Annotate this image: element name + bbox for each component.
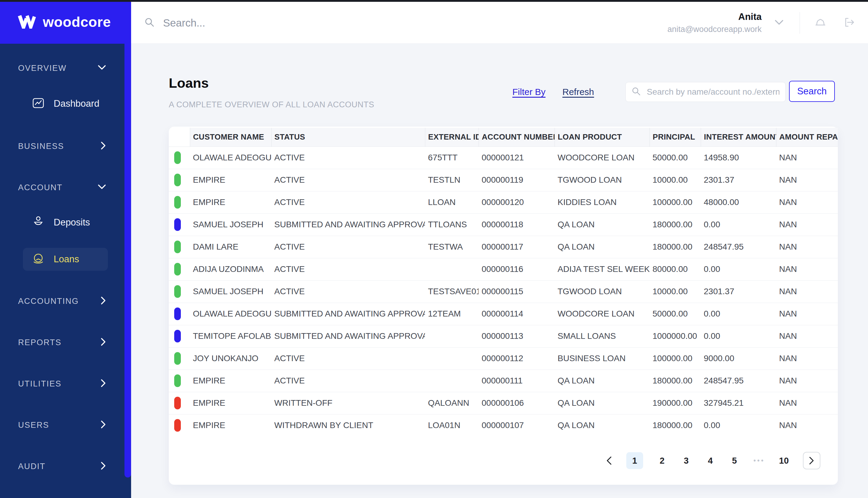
column-header-amount-repaid[interactable]: AMOUNT REPAID <box>776 128 838 146</box>
cell-account-number: 000000113 <box>479 325 555 347</box>
sidebar-section-business[interactable]: BUSINESS <box>18 137 106 155</box>
pagination-page[interactable]: 3 <box>681 456 691 466</box>
sidebar-section-account[interactable]: ACCOUNT <box>18 179 106 197</box>
chevron-down-icon[interactable] <box>774 19 784 27</box>
status-indicator <box>174 218 181 231</box>
cell-external-id: QALOANN <box>425 392 479 414</box>
sidebar-item-label: Dashboard <box>54 98 99 109</box>
cell-external-id: TTLOANS <box>425 213 479 236</box>
cell-amount-repaid: NAN <box>776 236 838 258</box>
cell-amount-repaid: NAN <box>776 303 838 325</box>
cell-principal: 50000.00 <box>650 146 701 169</box>
table-row[interactable]: SAMUEL JOSEPH ACTIVE TESTSAVE01 00000011… <box>169 280 838 303</box>
cell-amount-repaid: NAN <box>776 414 838 436</box>
logout-icon[interactable] <box>843 16 856 30</box>
cell-interest-amount: 48000.00 <box>701 191 776 213</box>
page-subtitle: A COMPLETE OVERVIEW OF ALL LOAN ACCOUNTS <box>169 100 374 109</box>
filter-by-link[interactable]: Filter By <box>512 87 546 97</box>
chevron-right-icon <box>101 379 106 389</box>
cell-loan-product: TGWOOD LOAN <box>555 169 650 191</box>
cell-status: SUBMITTED AND AWAITING APPROVAL <box>271 325 425 347</box>
pagination-page[interactable]: 10 <box>779 456 789 466</box>
table-search-box[interactable] <box>625 82 786 102</box>
column-header-account-number[interactable]: ACCOUNT NUMBER <box>479 128 555 146</box>
sidebar-section-accounting[interactable]: ACCOUNTING <box>18 292 106 310</box>
cell-interest-amount: 14958.90 <box>701 146 776 169</box>
table-row[interactable]: EMPIRE ACTIVE LLOAN 000000120 KIDDIES LO… <box>169 191 838 213</box>
logo[interactable]: woodcore <box>0 0 131 44</box>
cell-status: ACTIVE <box>271 347 425 370</box>
sidebar-section-utilities[interactable]: UTILITIES <box>18 375 106 393</box>
pagination-page[interactable]: 2 <box>657 456 667 466</box>
cell-amount-repaid: NAN <box>776 392 838 414</box>
sidebar-section-overview[interactable]: OVERVIEW <box>18 59 106 77</box>
column-header-external-id[interactable]: EXTERNAL ID <box>425 128 479 146</box>
section-label: AUDIT <box>18 462 45 471</box>
previous-page-button[interactable] <box>606 456 612 466</box>
table-row[interactable]: EMPIRE ACTIVE 000000111 QA LOAN 180000.0… <box>169 370 838 392</box>
cell-principal: 180000.00 <box>650 236 701 258</box>
sidebar-item-loans[interactable]: Loans <box>23 248 108 271</box>
cell-interest-amount: 9000.00 <box>701 347 776 370</box>
table-row[interactable]: DAMI LARE ACTIVE TESTWA 000000117 QA LOA… <box>169 236 838 258</box>
table-row[interactable]: EMPIRE ACTIVE TESTLN 000000119 TGWOOD LO… <box>169 169 838 191</box>
notifications-bell-icon[interactable] <box>814 16 827 30</box>
table-row[interactable]: OLAWALE ADEOGUN SUBMITTED AND AWAITING A… <box>169 303 838 325</box>
table-header-row: CUSTOMER NAME STATUS EXTERNAL ID ACCOUNT… <box>169 128 838 146</box>
section-label: ACCOUNT <box>18 183 63 192</box>
deposits-icon <box>31 215 45 230</box>
cell-external-id: LLOAN <box>425 191 479 213</box>
cell-loan-product: BUSINESS LOAN <box>555 347 650 370</box>
cell-status: ACTIVE <box>271 169 425 191</box>
table-row[interactable]: ADIJA UZODINMA ACTIVE 000000116 ADIJA TE… <box>169 258 838 280</box>
sidebar-item-dashboard[interactable]: Dashboard <box>31 92 99 115</box>
table-row[interactable]: OLAWALE ADEOGUN ACTIVE 675TTT 000000121 … <box>169 146 838 169</box>
column-header-interest-amount[interactable]: INTEREST AMOUNT <box>701 128 776 146</box>
status-indicator <box>174 196 181 209</box>
cell-principal: 190000.00 <box>650 392 701 414</box>
cell-principal: 180000.00 <box>650 213 701 236</box>
sidebar-item-label: Deposits <box>54 217 90 228</box>
cell-amount-repaid: NAN <box>776 370 838 392</box>
sidebar-section-users[interactable]: USERS <box>18 416 106 434</box>
pagination: 12345•••10 <box>169 436 838 485</box>
table-search-input[interactable] <box>646 87 780 97</box>
sidebar-item-deposits[interactable]: Deposits <box>31 211 90 234</box>
sidebar-section-audit[interactable]: AUDIT <box>18 457 106 475</box>
column-header-customer-name[interactable]: CUSTOMER NAME <box>190 128 271 146</box>
global-search-input[interactable] <box>162 16 373 29</box>
search-button[interactable]: Search <box>789 81 835 102</box>
pagination-page[interactable]: 5 <box>729 456 739 466</box>
table-row[interactable]: SAMUEL JOSEPH SUBMITTED AND AWAITING APP… <box>169 213 838 236</box>
global-search[interactable] <box>144 2 373 44</box>
refresh-link[interactable]: Refresh <box>562 87 594 97</box>
sidebar-scrollbar[interactable] <box>124 0 131 477</box>
sidebar-section-reports[interactable]: REPORTS <box>18 333 106 352</box>
status-indicator-column-header <box>169 128 190 146</box>
cell-amount-repaid: NAN <box>776 191 838 213</box>
app-root: woodcore OVERVIEW Dashboard BUSINESS ACC… <box>0 0 868 498</box>
cell-principal: 100000.00 <box>650 191 701 213</box>
column-header-status[interactable]: STATUS <box>271 128 425 146</box>
search-icon <box>144 16 155 29</box>
cell-customer-name: EMPIRE <box>190 392 271 414</box>
table-row[interactable]: EMPIRE WRITTEN-OFF QALOANN 000000106 QA … <box>169 392 838 414</box>
table-row[interactable]: JOY UNOKANJO ACTIVE 000000112 BUSINESS L… <box>169 347 838 370</box>
column-header-principal[interactable]: PRINCIPAL <box>650 128 701 146</box>
column-header-loan-product[interactable]: LOAN PRODUCT <box>555 128 650 146</box>
pagination-page-active[interactable]: 1 <box>626 452 643 469</box>
cell-customer-name: SAMUEL JOSEPH <box>190 213 271 236</box>
cell-amount-repaid: NAN <box>776 146 838 169</box>
cell-principal: 10000.00 <box>650 280 701 303</box>
table-row[interactable]: EMPIRE WITHDRAWN BY CLIENT LOA01N 000000… <box>169 414 838 436</box>
loans-table: CUSTOMER NAME STATUS EXTERNAL ID ACCOUNT… <box>169 128 838 436</box>
woodcore-logo-icon <box>17 14 37 30</box>
table-row[interactable]: TEMITOPE AFOLABI SUBMITTED AND AWAITING … <box>169 325 838 347</box>
user-cluster: Anita anita@woodcoreapp.work <box>667 2 856 44</box>
next-page-button[interactable] <box>803 452 820 469</box>
cell-interest-amount: 0.00 <box>701 258 776 280</box>
pagination-page[interactable]: 4 <box>705 456 716 466</box>
cell-external-id <box>425 258 479 280</box>
user-info[interactable]: Anita anita@woodcoreapp.work <box>667 11 762 34</box>
section-label: OVERVIEW <box>18 64 67 73</box>
